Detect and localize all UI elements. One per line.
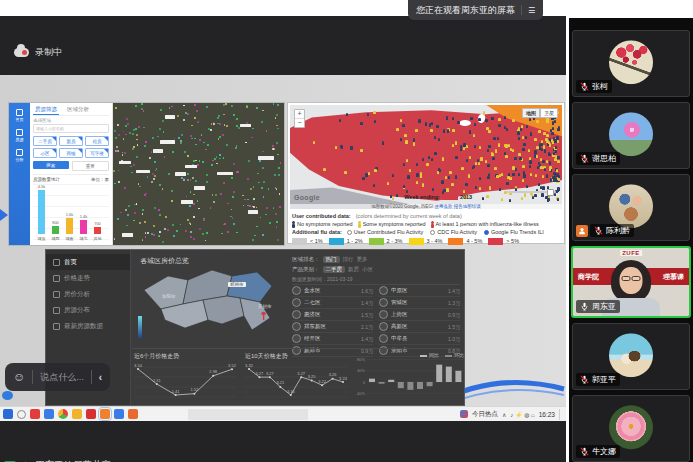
search-icon[interactable] bbox=[17, 410, 26, 419]
map-type-2[interactable]: 卫星 bbox=[540, 108, 558, 118]
flu-marker bbox=[552, 121, 554, 124]
radio-icon[interactable] bbox=[430, 230, 435, 235]
legend-item: 1 - 2% bbox=[329, 237, 363, 245]
clock[interactable]: 16:23 bbox=[539, 411, 555, 418]
region-item[interactable]: 惠济区1.5万 bbox=[292, 309, 373, 321]
reset-button[interactable]: 重置 bbox=[72, 161, 110, 171]
filter-selected[interactable]: 二手房 bbox=[323, 266, 346, 273]
chat-input[interactable]: 说点什么... bbox=[40, 371, 84, 384]
flu-marker bbox=[499, 188, 501, 191]
flu-marker bbox=[488, 130, 490, 133]
city-listings-map[interactable] bbox=[113, 103, 284, 245]
region-item[interactable]: 中原区1.4万 bbox=[379, 285, 460, 297]
search-button[interactable]: 搜索 bbox=[33, 161, 69, 169]
emoji-icon[interactable]: ☺ bbox=[13, 370, 25, 384]
region-item[interactable]: 经开区1.4万 bbox=[292, 333, 373, 345]
filter-option[interactable]: 更多 bbox=[357, 256, 368, 263]
dash-menu-5[interactable]: 最新房源数据 bbox=[46, 318, 130, 334]
flu-marker bbox=[486, 195, 488, 198]
listing-dot bbox=[169, 107, 171, 109]
show-desktop-button[interactable] bbox=[559, 409, 563, 420]
region-item[interactable]: 高新区1.5万 bbox=[379, 321, 460, 333]
participant-tile-3[interactable]: 陈利黔 bbox=[572, 174, 690, 241]
quick-button-6[interactable]: 写字楼 bbox=[85, 148, 109, 158]
listing-dot bbox=[233, 114, 235, 116]
region-item[interactable]: 中牟县1.0万 bbox=[379, 333, 460, 345]
listing-nav-3[interactable]: 分析 bbox=[13, 149, 27, 162]
region-item[interactable]: 管城区1.3万 bbox=[379, 297, 460, 309]
participant-tile-1[interactable]: 张柯 bbox=[572, 30, 690, 97]
listing-dot bbox=[130, 166, 132, 168]
listing-search-input[interactable]: 请输入小区名称 bbox=[33, 124, 109, 133]
flu-source-option[interactable]: CDC Flu Activity bbox=[430, 228, 477, 236]
listing-nav-2[interactable]: 房源 bbox=[13, 129, 27, 142]
tray-expand-icon[interactable]: ∧ bbox=[502, 411, 506, 418]
participant-name-bar: 张柯 bbox=[576, 80, 612, 93]
hot-topics-icon[interactable] bbox=[460, 410, 468, 418]
participant-tile-5[interactable]: 郭亚平 bbox=[572, 323, 690, 390]
region-item[interactable]: 金水区1.6万 bbox=[292, 285, 373, 297]
flu-marker bbox=[479, 187, 481, 190]
timeline-slider[interactable] bbox=[506, 191, 556, 193]
home-yellow-icon[interactable] bbox=[72, 409, 82, 419]
browser-blue-icon[interactable] bbox=[114, 409, 124, 419]
listing-dot bbox=[262, 234, 264, 236]
quick-button-1[interactable]: 二手房 bbox=[33, 136, 57, 146]
flu-marker bbox=[517, 131, 519, 134]
attribution-links[interactable]: 使用条款 报告地图错误 bbox=[434, 204, 480, 209]
dash-menu-2[interactable]: 价格走势 bbox=[46, 270, 130, 286]
filter-selected[interactable]: 热门 bbox=[323, 256, 340, 263]
listing-dot bbox=[203, 142, 205, 144]
region-item[interactable]: 二七区1.4万 bbox=[292, 297, 373, 309]
hot-topics-label[interactable]: 今日热点 bbox=[472, 410, 498, 419]
listing-tab-2[interactable]: 区域分析 bbox=[65, 105, 91, 115]
flu-marker bbox=[441, 180, 443, 183]
wps-red-icon[interactable] bbox=[86, 409, 96, 419]
region-item[interactable]: 郑东新区2.1万 bbox=[292, 321, 373, 333]
flu-marker bbox=[546, 120, 548, 123]
flu-marker bbox=[544, 168, 546, 171]
filter-option[interactable]: 小区 bbox=[362, 266, 373, 273]
province-map[interactable] bbox=[132, 254, 288, 346]
quick-button-4[interactable]: 小区 bbox=[33, 148, 57, 158]
active-app-icon[interactable] bbox=[100, 409, 110, 419]
flu-marker bbox=[514, 157, 516, 160]
quick-button-2[interactable]: 新房 bbox=[59, 136, 83, 146]
chrome-icon[interactable] bbox=[58, 409, 68, 419]
participant-tile-6[interactable]: 牛文娜 bbox=[572, 395, 690, 462]
flu-map[interactable]: +− 地图卫星 Google Week ending: 2013 地图数据©20… bbox=[290, 105, 562, 209]
filter-option[interactable]: 排行 bbox=[343, 256, 354, 263]
map-zoom-control[interactable]: +− bbox=[294, 109, 305, 128]
map-type-1[interactable]: 地图 bbox=[522, 108, 540, 118]
dash-menu-4[interactable]: 房源分布 bbox=[46, 302, 130, 318]
flu-source-option[interactable]: User Contributed Flu Activity bbox=[347, 228, 423, 236]
listing-dot bbox=[227, 203, 229, 205]
radio-icon[interactable] bbox=[484, 230, 489, 235]
flu-source-option[interactable]: Google Flu Trends ILI bbox=[484, 228, 544, 236]
listing-dot bbox=[223, 114, 225, 116]
banner-menu-icon[interactable]: ☰ bbox=[528, 6, 535, 15]
dash-menu-3[interactable]: 房价分析 bbox=[46, 286, 130, 302]
quick-button-5[interactable]: 商铺 bbox=[59, 148, 83, 158]
start-icon[interactable] bbox=[3, 409, 13, 419]
listing-dot bbox=[235, 147, 237, 149]
mail-red-icon[interactable] bbox=[30, 409, 40, 419]
quick-button-3[interactable]: 租房 bbox=[85, 136, 109, 146]
dash-menu-1[interactable]: 首页 bbox=[46, 254, 130, 270]
listing-tab-1[interactable]: 房源筛选 bbox=[33, 105, 59, 115]
participant-tile-4[interactable]: ZUFE商学院理慕课周东亚 bbox=[571, 246, 691, 318]
participant-avatar bbox=[609, 405, 653, 449]
filter-option[interactable]: 新房 bbox=[348, 266, 359, 273]
region-item[interactable]: 上街区0.9万 bbox=[379, 309, 460, 321]
chat-collapse-icon[interactable]: ‹ bbox=[99, 372, 102, 383]
flu-marker bbox=[557, 128, 559, 131]
orange-app-icon[interactable] bbox=[128, 409, 138, 419]
radio-icon[interactable] bbox=[347, 230, 352, 235]
flu-marker bbox=[392, 174, 394, 177]
flu-marker bbox=[475, 186, 477, 189]
flu-marker bbox=[396, 128, 398, 131]
participant-tile-2[interactable]: 谢思柏 bbox=[572, 102, 690, 169]
listing-nav-1[interactable]: 首页 bbox=[13, 109, 27, 122]
taskbar-open-window[interactable] bbox=[188, 409, 308, 420]
docs-blue-icon[interactable] bbox=[44, 409, 54, 419]
